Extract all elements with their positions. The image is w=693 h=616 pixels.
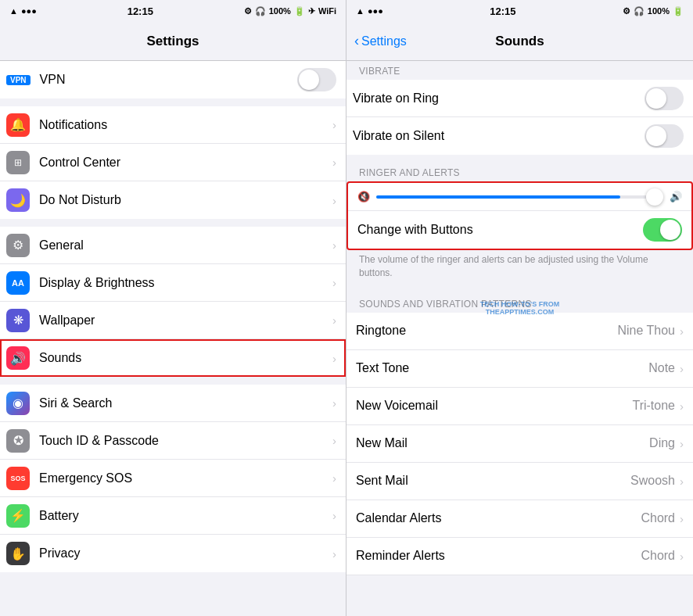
left-status-right-icons: ⚙ 🎧 100% 🔋 ✈ WiFi — [244, 6, 336, 16]
slider-fill — [376, 195, 620, 199]
right-wifi-icon: ▲ — [356, 6, 364, 16]
privacy-icon: ✋ — [6, 542, 30, 565]
control-center-chevron: › — [332, 156, 336, 169]
back-label: Settings — [361, 34, 407, 48]
headphone-icon: 🎧 — [255, 6, 266, 16]
left-panel: ▲ ●●● 12:15 ⚙ 🎧 100% 🔋 ✈ WiFi Settings V… — [0, 0, 346, 616]
calendar-alerts-label: Calendar Alerts — [356, 511, 641, 525]
airplane-icon: ✈ — [308, 6, 315, 16]
new-voicemail-label: New Voicemail — [356, 399, 632, 413]
ringer-section: RINGER AND ALERTS 🔇 🔊 Change with Button… — [346, 163, 693, 286]
vibrate-on-silent-row[interactable]: Vibrate on Silent — [346, 117, 693, 155]
settings-item-privacy[interactable]: ✋ Privacy › — [0, 535, 346, 572]
change-with-buttons-row[interactable]: Change with Buttons — [348, 211, 691, 249]
left-status-left-icons: ▲ ●●● — [9, 6, 37, 16]
settings-item-wallpaper[interactable]: ❋ Wallpaper › — [0, 302, 346, 339]
sent-mail-row[interactable]: Sent Mail Swoosh › — [346, 463, 693, 500]
text-tone-chevron: › — [680, 362, 684, 375]
settings-item-touchid[interactable]: ✪ Touch ID & Passcode › — [0, 422, 346, 460]
settings-item-vpn[interactable]: VPN VPN — [0, 61, 346, 98]
ringer-info-text: The volume of the ringer and alerts can … — [346, 250, 693, 286]
new-mail-chevron: › — [680, 437, 684, 450]
ringtone-row[interactable]: Ringtone Nine Thou › — [346, 313, 693, 350]
volume-slider[interactable] — [376, 195, 663, 199]
right-nav-title: Sounds — [495, 34, 544, 49]
calendar-alerts-value: Chord — [641, 511, 675, 525]
battery-label: Battery — [39, 509, 332, 523]
sent-mail-value: Swoosh — [630, 474, 675, 488]
ringer-slider-row[interactable]: 🔇 🔊 — [348, 183, 691, 211]
ringtone-value: Nine Thou — [617, 324, 675, 338]
left-settings-list: VPN VPN 🔔 Notifications › ⊞ Control Cent… — [0, 61, 346, 616]
slider-thumb[interactable] — [646, 188, 663, 206]
settings-item-sos[interactable]: SOS Emergency SOS › — [0, 460, 346, 497]
sos-icon: SOS — [6, 467, 30, 490]
settings-item-notifications[interactable]: 🔔 Notifications › — [0, 106, 346, 144]
right-battery-pct: 100% — [648, 6, 670, 16]
ringtone-label: Ringtone — [356, 324, 617, 338]
sounds-settings-list: VIBRATE Vibrate on Ring Vibrate on Silen… — [346, 61, 693, 616]
new-voicemail-value: Tri-tone — [632, 399, 675, 413]
do-not-disturb-icon: 🌙 — [6, 188, 30, 212]
wifi-icon: ▲ — [9, 6, 18, 16]
patterns-section: SOUNDS AND VIBRATION PATTERNS Ringtone N… — [346, 294, 693, 575]
settings-item-control-center[interactable]: ⊞ Control Center › — [0, 144, 346, 181]
vibrate-on-silent-toggle[interactable] — [645, 124, 684, 148]
new-voicemail-row[interactable]: New Voicemail Tri-tone › — [346, 388, 693, 425]
volume-low-icon: 🔇 — [357, 191, 370, 202]
volume-high-icon: 🔊 — [670, 191, 682, 202]
vibrate-on-silent-label: Vibrate on Silent — [353, 129, 645, 143]
new-mail-label: New Mail — [356, 436, 649, 450]
sos-label: Emergency SOS — [39, 471, 332, 485]
left-time: 12:15 — [127, 5, 153, 17]
change-with-buttons-toggle[interactable] — [643, 218, 682, 242]
right-time: 12:15 — [490, 5, 515, 17]
vibrate-on-ring-toggle[interactable] — [645, 87, 684, 110]
status-bar-right: ▲ ●●● 12:15 ⚙ 🎧 100% 🔋 — [346, 0, 693, 22]
battery-status: 100% — [269, 6, 291, 16]
settings-icon: ⚙ — [244, 6, 252, 16]
new-mail-row[interactable]: New Mail Ding › — [346, 425, 693, 463]
battery-icon-item: ⚡ — [6, 504, 30, 528]
right-status-left-icons: ▲ ●●● — [356, 6, 383, 16]
display-label: Display & Brightness — [39, 276, 332, 290]
settings-item-siri[interactable]: ◉ Siri & Search › — [0, 385, 346, 422]
privacy-label: Privacy — [39, 546, 332, 560]
right-status-right-icons: ⚙ 🎧 100% 🔋 — [623, 6, 684, 16]
vpn-label: VPN — [40, 73, 297, 87]
status-bar-left: ▲ ●●● 12:15 ⚙ 🎧 100% 🔋 ✈ WiFi — [0, 0, 346, 22]
vibrate-on-ring-row[interactable]: Vibrate on Ring — [346, 80, 693, 117]
privacy-chevron: › — [332, 547, 336, 560]
section-main-settings: ⚙ General › AA Display & Brightness › ❋ … — [0, 227, 346, 377]
settings-item-general[interactable]: ⚙ General › — [0, 227, 346, 264]
do-not-disturb-label: Do Not Disturb — [39, 193, 332, 207]
display-icon: AA — [6, 271, 30, 295]
reminder-alerts-row[interactable]: Reminder Alerts Chord › — [346, 538, 693, 575]
text-tone-value: Note — [648, 361, 675, 375]
reminder-alerts-value: Chord — [641, 549, 675, 563]
display-chevron: › — [332, 276, 336, 289]
right-battery-icon: 🔋 — [673, 6, 684, 16]
signal-icon: ●●● — [21, 6, 37, 16]
settings-item-battery[interactable]: ⚡ Battery › — [0, 497, 346, 535]
settings-item-do-not-disturb[interactable]: 🌙 Do Not Disturb › — [0, 181, 346, 219]
patterns-list: Ringtone Nine Thou › Text Tone Note › Ne… — [346, 313, 693, 575]
reminder-alerts-chevron: › — [680, 550, 684, 563]
vpn-toggle[interactable] — [297, 68, 336, 91]
calendar-alerts-row[interactable]: Calendar Alerts Chord › — [346, 500, 693, 538]
text-tone-row[interactable]: Text Tone Note › — [346, 350, 693, 388]
settings-item-sounds[interactable]: 🔊 Sounds › — [0, 339, 346, 377]
section-services: ◉ Siri & Search › ✪ Touch ID & Passcode … — [0, 385, 346, 572]
calendar-alerts-chevron: › — [680, 512, 684, 525]
vibrate-section: VIBRATE Vibrate on Ring Vibrate on Silen… — [346, 61, 693, 155]
ringtone-chevron: › — [680, 324, 684, 338]
notifications-icon: 🔔 — [6, 113, 30, 137]
battery-icon: 🔋 — [294, 6, 305, 16]
general-chevron: › — [332, 238, 336, 252]
settings-item-display[interactable]: AA Display & Brightness › — [0, 264, 346, 302]
back-button[interactable]: ‹ Settings — [354, 33, 407, 49]
new-mail-value: Ding — [649, 436, 675, 450]
wallpaper-label: Wallpaper — [39, 313, 332, 328]
left-nav-title: Settings — [146, 34, 199, 49]
section-vpn: VPN VPN — [0, 61, 346, 98]
